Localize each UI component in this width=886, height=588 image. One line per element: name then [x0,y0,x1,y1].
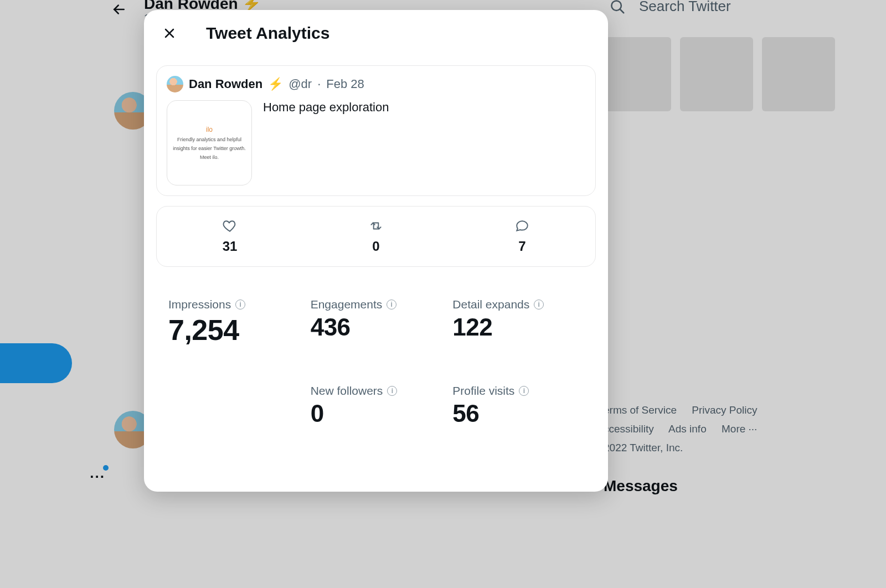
metric-label: New followers [311,384,383,398]
metric-label: Profile visits [452,384,514,398]
avatar[interactable] [167,76,183,92]
tweet-analytics-modal: Tweet Analytics Dan Rowden ⚡ @dr · Feb 2… [144,10,608,492]
likes-stat: 31 [157,219,303,254]
retweets-count: 0 [372,239,379,254]
info-icon[interactable]: i [519,386,529,396]
metric-value: 0 [311,400,442,427]
thumb-text: insights for easier Twitter growth. [173,146,245,151]
modal-title: Tweet Analytics [206,24,329,43]
metric-value: 436 [311,313,442,341]
metric-detail-expands: Detail expands i 122 [452,298,584,347]
bolt-icon: ⚡ [268,77,283,91]
tweet-author[interactable]: Dan Rowden [189,77,262,91]
metric-label: Impressions [168,298,231,311]
tweet-header: Dan Rowden ⚡ @dr · Feb 28 [167,76,585,92]
metric-impressions: Impressions i 7,254 [168,298,300,347]
info-icon[interactable]: i [387,300,396,310]
metric-label: Engagements [311,298,383,311]
metric-engagements: Engagements i 436 [311,298,442,347]
thumb-text: Meet ilo. [200,154,219,160]
heart-icon [223,219,237,233]
close-icon [163,27,176,40]
likes-count: 31 [223,239,238,254]
replies-stat: 7 [449,219,595,254]
thumb-text: Friendly analytics and helpful [177,137,241,142]
metric-value: 7,254 [168,313,300,347]
metric-profile-visits: Profile visits i 56 [452,384,584,427]
info-icon[interactable]: i [387,386,397,396]
tweet-preview-card: Dan Rowden ⚡ @dr · Feb 28 ilo Friendly a… [156,65,596,196]
thumb-logo: ilo [206,126,213,133]
retweets-stat: 0 [303,219,449,254]
metric-value: 56 [452,400,584,427]
tweet-handle[interactable]: @dr [289,77,312,91]
separator: · [317,77,321,91]
metrics-grid: Impressions i 7,254 Engagements i 436 De… [168,298,584,427]
close-button[interactable] [159,23,179,43]
reply-icon [515,219,529,233]
metric-new-followers: New followers i 0 [311,384,442,427]
metric-label: Detail expands [452,298,529,311]
info-icon[interactable]: i [235,300,245,310]
tweet-image-thumbnail[interactable]: ilo Friendly analytics and helpful insig… [167,100,252,185]
retweet-icon [369,219,383,233]
tweet-date[interactable]: Feb 28 [326,77,364,91]
engagement-summary: 31 0 7 [156,206,596,267]
metric-value: 122 [452,313,584,341]
tweet-text: Home page exploration [263,100,389,185]
modal-header: Tweet Analytics [144,10,608,50]
info-icon[interactable]: i [534,300,544,310]
replies-count: 7 [518,239,526,254]
